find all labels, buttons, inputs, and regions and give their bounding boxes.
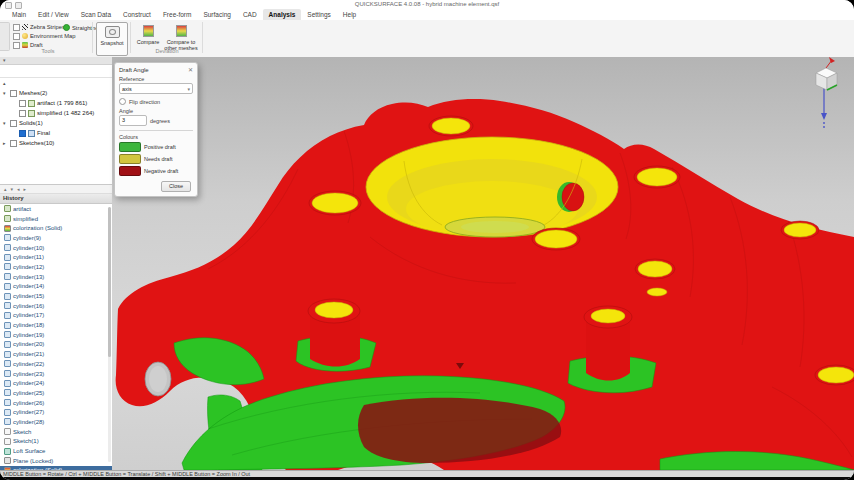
tree-item[interactable]: Final xyxy=(0,128,112,138)
tree-checkbox[interactable] xyxy=(10,90,17,97)
history-item-icon xyxy=(4,351,11,358)
close-button[interactable]: Close xyxy=(161,181,191,192)
flip-direction-checkbox[interactable] xyxy=(119,98,126,105)
sidebar-header-strip[interactable]: ▾ xyxy=(0,57,112,65)
menu-tab[interactable]: Settings xyxy=(301,9,337,20)
expander-icon[interactable] xyxy=(3,90,8,96)
history-toolbar-icon[interactable]: ▴ xyxy=(4,185,7,193)
history-item-icon xyxy=(4,331,11,338)
expander-icon[interactable] xyxy=(3,120,8,126)
history-item[interactable]: cylinder(22) xyxy=(0,359,112,369)
tree-item[interactable]: simplified (1 482 264) xyxy=(0,108,112,118)
expander-icon[interactable] xyxy=(3,140,8,146)
model-central-bore xyxy=(366,137,618,237)
history-item-label: cylinder(18) xyxy=(13,322,44,328)
history-item[interactable]: Loft Surface xyxy=(0,446,112,456)
history-item[interactable]: cylinder(9) xyxy=(0,233,112,243)
ribbon-separator xyxy=(92,22,93,53)
tree-checkbox[interactable] xyxy=(19,100,26,107)
quick-access-icon[interactable] xyxy=(15,2,22,9)
menu-tab[interactable]: Edit / View xyxy=(32,9,75,20)
history-toolbar: ▴▾◂▸ xyxy=(0,185,112,194)
history-item[interactable]: cylinder(23) xyxy=(0,369,112,379)
history-item-icon xyxy=(4,225,11,232)
history-item[interactable]: cylinder(16) xyxy=(0,301,112,311)
history-item[interactable]: cylinder(28) xyxy=(0,417,112,427)
compare-label: Compare xyxy=(137,39,160,45)
flip-direction-option[interactable]: Flip direction xyxy=(119,98,193,105)
compare-icon xyxy=(143,25,154,37)
menu-tab[interactable]: CAD xyxy=(237,9,263,20)
menu-tab[interactable]: Analysis xyxy=(263,9,302,20)
history-toolbar-icon[interactable]: ▸ xyxy=(24,185,27,193)
history-item[interactable]: simplified xyxy=(0,214,112,224)
menu-tab[interactable]: Scan Data xyxy=(75,9,117,20)
tree-item[interactable]: artifact (1 799 861) xyxy=(0,98,112,108)
partial-ribbon-button[interactable] xyxy=(0,22,10,51)
history-item-icon xyxy=(4,293,11,300)
history-item[interactable]: cylinder(24) xyxy=(0,378,112,388)
history-item[interactable]: cylinder(18) xyxy=(0,320,112,330)
app-icon xyxy=(5,2,12,9)
viewport-3d[interactable] xyxy=(112,57,854,470)
history-item[interactable]: cylinder(11) xyxy=(0,252,112,262)
history-item[interactable]: cylinder(14) xyxy=(0,282,112,292)
tree-item-icon xyxy=(28,110,35,117)
history-item[interactable]: Sketch(1) xyxy=(0,437,112,447)
menu-tab[interactable]: Main xyxy=(6,9,32,20)
angle-input[interactable]: 3 xyxy=(119,115,147,126)
history-item-icon xyxy=(4,273,11,280)
history-item-label: cylinder(10) xyxy=(13,245,44,251)
expander-icon[interactable] xyxy=(3,80,8,86)
history-item-icon xyxy=(4,341,11,348)
history-item[interactable]: cylinder(13) xyxy=(0,272,112,282)
tree-item[interactable]: Sketches(10) xyxy=(0,138,112,148)
reference-select[interactable]: axis ▾ xyxy=(119,83,193,94)
history-item[interactable]: cylinder(20) xyxy=(0,340,112,350)
menu-tab[interactable]: Construct xyxy=(117,9,157,20)
menu-tab[interactable]: Surfacing xyxy=(197,9,236,20)
history-item[interactable]: cylinder(15) xyxy=(0,291,112,301)
tree-item[interactable] xyxy=(0,78,112,88)
tree-checkbox[interactable] xyxy=(19,130,26,137)
history-item[interactable]: cylinder(26) xyxy=(0,398,112,408)
history-item[interactable]: artifact xyxy=(0,204,112,214)
tool-toggle[interactable]: Environment Map xyxy=(13,32,75,40)
toggle-checkbox[interactable] xyxy=(13,33,20,40)
toggle-icon xyxy=(22,24,28,30)
tree-item[interactable]: Solids(1) xyxy=(0,118,112,128)
history-toolbar-icon[interactable]: ▾ xyxy=(11,185,14,193)
history-item[interactable]: cylinder(12) xyxy=(0,262,112,272)
history-item-icon xyxy=(4,399,11,406)
scrollbar-thumb[interactable] xyxy=(108,207,111,357)
history-item[interactable]: cylinder(21) xyxy=(0,349,112,359)
model-canvas[interactable] xyxy=(112,57,854,470)
history-item-icon xyxy=(4,418,11,425)
legend-swatch xyxy=(119,142,141,152)
history-item[interactable]: cylinder(17) xyxy=(0,311,112,321)
tree-checkbox[interactable] xyxy=(10,140,17,147)
history-item[interactable]: cylinder(10) xyxy=(0,243,112,253)
menu-tab[interactable]: Help xyxy=(337,9,362,20)
snapshot-button[interactable]: Snapshot xyxy=(96,22,128,56)
history-scrollbar[interactable] xyxy=(108,207,111,462)
tree-checkbox[interactable] xyxy=(19,110,26,117)
history-item[interactable]: colorization (Solid) xyxy=(0,223,112,233)
ribbon: Zebra Stripes Environment Map Draft Stra… xyxy=(0,20,854,58)
history-item-label: colorization (Solid) xyxy=(13,225,62,231)
close-icon[interactable]: ✕ xyxy=(188,66,193,73)
history-item[interactable]: cylinder(27) xyxy=(0,407,112,417)
straightness-icon[interactable] xyxy=(63,24,70,31)
tree-item[interactable]: Meshes(2) xyxy=(0,88,112,98)
tree-checkbox[interactable] xyxy=(10,120,17,127)
history-toolbar-icon[interactable]: ◂ xyxy=(17,185,20,193)
history-item[interactable]: Sketch xyxy=(0,427,112,437)
toggle-checkbox[interactable] xyxy=(13,24,20,31)
history-item-icon xyxy=(4,263,11,270)
tree-item-label: simplified (1 482 264) xyxy=(37,110,94,116)
menu-tab[interactable]: Free-form xyxy=(157,9,198,20)
history-item-icon xyxy=(4,380,11,387)
history-item[interactable]: cylinder(25) xyxy=(0,388,112,398)
history-item[interactable]: cylinder(19) xyxy=(0,330,112,340)
history-item[interactable]: Plane (Locked) xyxy=(0,456,112,466)
